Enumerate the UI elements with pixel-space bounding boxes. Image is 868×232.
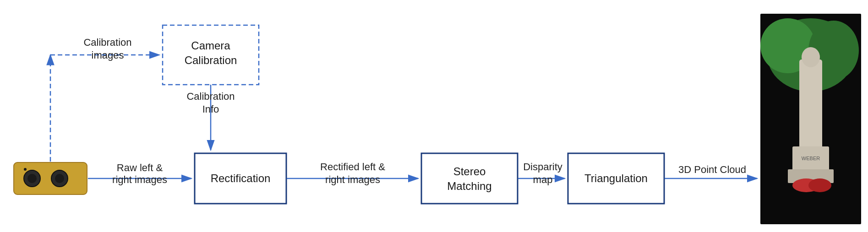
calibration-images-label-line1: Calibration <box>83 37 131 48</box>
stereo-matching-box <box>421 153 518 204</box>
stereo-matching-label-line1: Stereo <box>453 165 486 178</box>
svg-point-6 <box>55 174 64 183</box>
calibration-images-label-line2: images <box>92 49 124 61</box>
raw-images-label-line1: Raw left & <box>117 162 163 173</box>
svg-point-7 <box>24 168 27 171</box>
disparity-map-label-line2: map <box>533 174 553 185</box>
camera-calibration-label-line1: Camera <box>191 39 230 52</box>
disparity-map-label-line1: Disparity <box>523 161 562 173</box>
triangulation-label: Triangulation <box>584 172 648 184</box>
stereo-camera-icon <box>14 162 87 194</box>
stereo-matching-label-line2: Matching <box>447 180 491 192</box>
point-cloud-image: WEBER <box>760 14 861 224</box>
svg-point-17 <box>808 178 831 192</box>
svg-rect-12 <box>799 59 822 151</box>
rectified-images-label-line2: right images <box>325 174 380 185</box>
svg-point-13 <box>802 47 820 67</box>
rectified-images-label-line1: Rectified left & <box>320 161 385 173</box>
raw-images-label-line2: right images <box>112 174 167 185</box>
rectification-label: Rectification <box>211 172 271 184</box>
calibration-info-label-line2: Info <box>202 103 219 115</box>
svg-text:WEBER: WEBER <box>802 156 820 161</box>
calibration-info-label-line1: Calibration <box>186 91 235 102</box>
pipeline-diagram: WEBER Camera Calibration Rectification S… <box>0 0 868 232</box>
camera-calibration-label-line2: Calibration <box>185 54 237 66</box>
point-cloud-label: 3D Point Cloud <box>678 164 746 175</box>
svg-point-4 <box>27 174 37 183</box>
